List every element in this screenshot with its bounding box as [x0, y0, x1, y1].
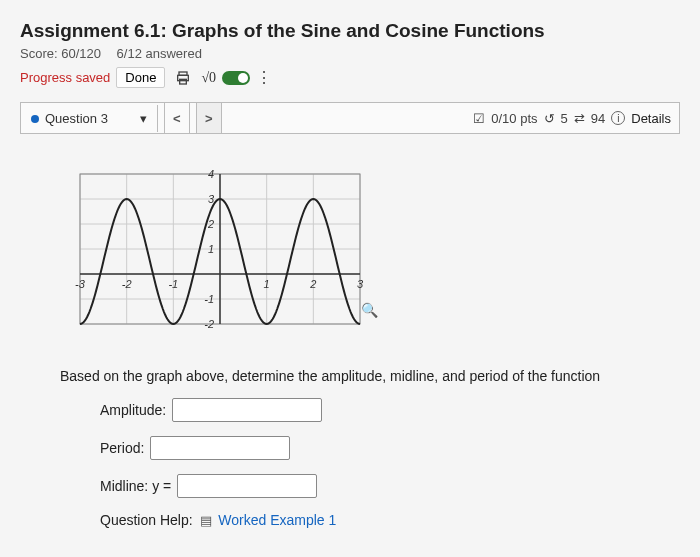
svg-text:-1: -1 [168, 278, 178, 290]
done-button[interactable]: Done [116, 67, 165, 88]
attempts-text: 94 [591, 111, 605, 126]
status-bullet-icon [31, 115, 39, 123]
retries-text: 5 [561, 111, 568, 126]
svg-text:-3: -3 [75, 278, 86, 290]
question-content: -3-2-1123-2-11234 🔍 Based on the graph a… [20, 134, 680, 534]
progress-saved-text: Progress saved [20, 70, 110, 85]
svg-text:1: 1 [208, 243, 214, 255]
amplitude-input[interactable] [172, 398, 322, 422]
toggle-switch[interactable] [222, 71, 250, 85]
period-input[interactable] [150, 436, 290, 460]
print-icon[interactable] [171, 68, 195, 88]
question-meta: ☑ 0/10 pts ↺ 5 ⇄ 94 i Details [473, 111, 679, 126]
svg-text:1: 1 [264, 278, 270, 290]
svg-text:2: 2 [309, 278, 316, 290]
answered-text: 6/12 answered [117, 46, 202, 61]
magnify-icon[interactable]: 🔍 [361, 302, 378, 318]
pts-text: 0/10 pts [491, 111, 537, 126]
help-label: Question Help: [100, 512, 193, 528]
midline-input[interactable] [177, 474, 317, 498]
midline-row: Midline: y = [100, 474, 660, 498]
svg-text:-2: -2 [204, 318, 214, 330]
svg-text:3: 3 [357, 278, 364, 290]
chevron-down-icon: ▾ [140, 111, 147, 126]
retry-icon: ↺ [544, 111, 555, 126]
page-title: Assignment 6.1: Graphs of the Sine and C… [20, 20, 680, 42]
progress-row: Progress saved Done √0 ⋮ [20, 67, 680, 88]
help-row: Question Help: ▤ Worked Example 1 [100, 512, 660, 528]
question-prompt: Based on the graph above, determine the … [60, 368, 660, 384]
info-icon[interactable]: i [611, 111, 625, 125]
midline-label: Midline: y = [100, 478, 171, 494]
math-input-icon[interactable]: √0 [201, 70, 216, 86]
graph: -3-2-1123-2-11234 🔍 [60, 154, 380, 354]
question-number: Question 3 [45, 111, 108, 126]
prev-button[interactable]: < [164, 103, 190, 133]
video-icon: ▤ [200, 513, 212, 528]
question-bar: Question 3 ▾ < > ☑ 0/10 pts ↺ 5 ⇄ 94 i D… [20, 102, 680, 134]
period-row: Period: [100, 436, 660, 460]
svg-text:-2: -2 [122, 278, 132, 290]
amplitude-label: Amplitude: [100, 402, 166, 418]
next-button[interactable]: > [196, 103, 222, 133]
worked-example-link[interactable]: Worked Example 1 [218, 512, 336, 528]
amplitude-row: Amplitude: [100, 398, 660, 422]
score-text: Score: 60/120 [20, 46, 101, 61]
svg-text:4: 4 [208, 168, 214, 180]
kebab-menu-icon[interactable]: ⋮ [256, 68, 272, 87]
details-button[interactable]: Details [631, 111, 671, 126]
attempts-icon: ⇄ [574, 111, 585, 126]
subhead: Score: 60/120 6/12 answered [20, 46, 680, 61]
question-dropdown[interactable]: Question 3 ▾ [21, 105, 158, 132]
svg-text:-1: -1 [204, 293, 214, 305]
period-label: Period: [100, 440, 144, 456]
checkbox-icon: ☑ [473, 111, 485, 126]
